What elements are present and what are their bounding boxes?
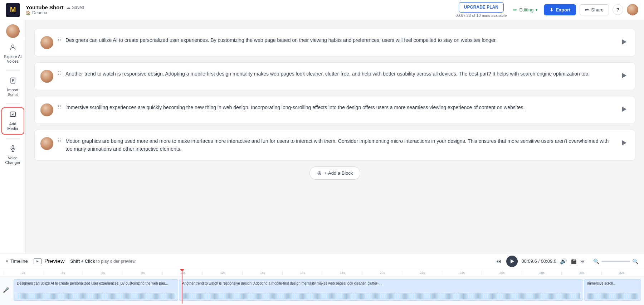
cloud-icon: ☁ xyxy=(66,5,70,10)
scene-button[interactable]: 🎬 xyxy=(571,258,577,264)
block-avatar-4 xyxy=(40,137,53,150)
upgrade-button[interactable]: UPGRADE PLAN xyxy=(459,2,504,12)
voice-changer-label: Voice Changer xyxy=(4,156,22,165)
drag-handle-1[interactable]: ⠿ xyxy=(58,37,61,43)
script-block-1: ⠿ Designers can utilize AI to create per… xyxy=(34,29,635,57)
avatar-image xyxy=(627,4,638,15)
volume-button[interactable]: 🔊 xyxy=(560,258,567,265)
avatar[interactable] xyxy=(627,4,638,15)
sidebar-item-explore-voices[interactable]: Explore AI Voices xyxy=(1,41,24,67)
time-ruler: 2s4s6s8s10s12s14s16s18s20s22s24s26s28s30… xyxy=(0,269,644,276)
sidebar-item-voice-changer[interactable]: Voice Changer xyxy=(1,142,24,168)
drag-handle-4[interactable]: ⠿ xyxy=(58,138,61,144)
mic-icon: 🎤 xyxy=(3,287,9,293)
sidebar-avatar xyxy=(6,24,20,38)
play-triangle-3 xyxy=(622,107,626,112)
skip-back-button[interactable]: ⏮ xyxy=(494,257,503,266)
block-text-2[interactable]: Another trend to watch is responsive des… xyxy=(65,70,615,78)
download-icon: ⬇ xyxy=(550,7,553,13)
ruler-mark: 14s xyxy=(242,271,282,275)
time-display: 00:09.6 / 00:09.6 xyxy=(521,258,556,264)
play-button-2[interactable] xyxy=(619,71,629,81)
track-block-1[interactable]: Designers can utilize AI to create perso… xyxy=(14,279,178,301)
saved-label: Saved xyxy=(72,5,84,10)
editing-button[interactable]: ✏ Editing ▾ xyxy=(510,5,540,15)
logo: M xyxy=(6,3,20,17)
add-block-button[interactable]: ⊕ + Add a Block xyxy=(309,166,361,180)
shift-hint: Shift + Click to play older preview xyxy=(70,259,136,264)
voice-changer-icon xyxy=(9,145,16,154)
svg-rect-5 xyxy=(10,112,15,116)
import-script-label: Import Script xyxy=(4,88,22,97)
divider-1 xyxy=(6,70,20,71)
block-avatar-1 xyxy=(40,36,53,49)
shift-key-text: Shift + Click xyxy=(70,259,95,264)
zoom-out-icon[interactable]: 🔍 xyxy=(593,258,599,264)
preview-label: Preview xyxy=(44,258,65,265)
zoom-in-icon[interactable]: 🔍 xyxy=(632,258,638,264)
import-icon xyxy=(9,77,16,86)
track-block-3[interactable]: immersive scroll... xyxy=(584,279,641,301)
timeline-header: ∨ Timeline ▶ Preview Shift + Click to pl… xyxy=(0,253,644,269)
timeline-track-area: 2s4s6s8s10s12s14s16s18s20s22s24s26s28s30… xyxy=(0,269,644,305)
home-icon: 🏠 xyxy=(26,11,31,15)
play-button-4[interactable] xyxy=(619,138,629,148)
play-button-3[interactable] xyxy=(619,104,629,114)
collapse-icon: ∨ xyxy=(6,259,8,263)
play-pause-button[interactable] xyxy=(506,256,518,267)
ruler-mark: 28s xyxy=(522,271,562,275)
ruler-mark: 20s xyxy=(362,271,402,275)
saved-badge: ☁ Saved xyxy=(66,5,84,10)
zoom-slider[interactable] xyxy=(601,261,630,262)
ruler-mark: 26s xyxy=(482,271,522,275)
track-wave-1 xyxy=(17,293,175,299)
share-button[interactable]: ⇌ Share xyxy=(580,4,609,15)
play-button-1[interactable] xyxy=(619,37,629,47)
block-text-1[interactable]: Designers can utilize AI to create perso… xyxy=(65,36,615,44)
app-header: M YouTube Short ☁ Saved 🏠 Deanna UPGRADE… xyxy=(0,0,644,20)
breadcrumb: 🏠 Deanna xyxy=(26,10,451,15)
shift-hint-suffix: to play older preview xyxy=(96,259,136,264)
ruler-mark: 18s xyxy=(322,271,362,275)
block-avatar-2 xyxy=(40,70,53,83)
timeline-toggle[interactable]: ∨ Timeline xyxy=(6,258,28,264)
current-time: 00:09.6 xyxy=(521,258,537,264)
block-avatar-3 xyxy=(40,103,53,116)
track-container: Designers can utilize AI to create perso… xyxy=(11,276,644,304)
track-block-text-1: Designers can utilize AI to create perso… xyxy=(17,281,175,286)
track-block-text-2: Another trend to watch is responsive des… xyxy=(182,281,580,286)
ruler-mark: 8s xyxy=(123,271,163,275)
total-time: 00:09.6 xyxy=(541,258,556,264)
preview-section: ▶ Preview xyxy=(34,258,65,265)
track-block-text-3: immersive scroll... xyxy=(587,281,638,286)
block-text-3[interactable]: immersive scrolling experiences are quic… xyxy=(65,103,615,111)
block-text-4[interactable]: Motion graphics are being used more and … xyxy=(65,137,615,153)
help-button[interactable]: ? xyxy=(613,4,623,15)
track-block-2[interactable]: Another trend to watch is responsive des… xyxy=(179,279,583,301)
ruler-mark: 6s xyxy=(83,271,123,275)
preview-icon: ▶ xyxy=(34,258,42,264)
logo-text: M xyxy=(10,6,16,14)
plus-icon: ⊕ xyxy=(317,170,322,176)
caption-button[interactable]: ⊞ xyxy=(580,258,585,264)
time-separator: / xyxy=(538,258,541,264)
ruler-mark: 2s xyxy=(3,271,43,275)
play-triangle-4 xyxy=(622,140,626,145)
editing-label: Editing xyxy=(519,7,533,13)
sidebar-item-add-media[interactable]: Add Media xyxy=(1,107,24,135)
playhead[interactable] xyxy=(182,269,182,304)
drag-handle-3[interactable]: ⠿ xyxy=(58,104,61,110)
timeline-controls: ⏮ 00:09.6 / 00:09.6 🔊 🎬 ⊞ xyxy=(494,256,585,267)
breadcrumb-label: Deanna xyxy=(32,10,47,15)
pencil-icon: ✏ xyxy=(513,7,517,13)
sidebar: Explore AI Voices Import Script Add Medi… xyxy=(0,20,26,253)
content-area: ⠿ Designers can utilize AI to create per… xyxy=(26,20,644,253)
main-layout: Explore AI Voices Import Script Add Medi… xyxy=(0,20,644,253)
add-media-label: Add Media xyxy=(4,122,21,131)
drag-handle-2[interactable]: ⠿ xyxy=(58,71,61,76)
header-right: UPGRADE PLAN 00:07:28 of 10 mins availab… xyxy=(455,2,638,17)
ruler-mark: 4s xyxy=(43,271,83,275)
export-button[interactable]: ⬇ Export xyxy=(544,4,576,15)
ruler-marks: 2s4s6s8s10s12s14s16s18s20s22s24s26s28s30… xyxy=(3,271,641,275)
sidebar-item-import-script[interactable]: Import Script xyxy=(1,74,24,100)
